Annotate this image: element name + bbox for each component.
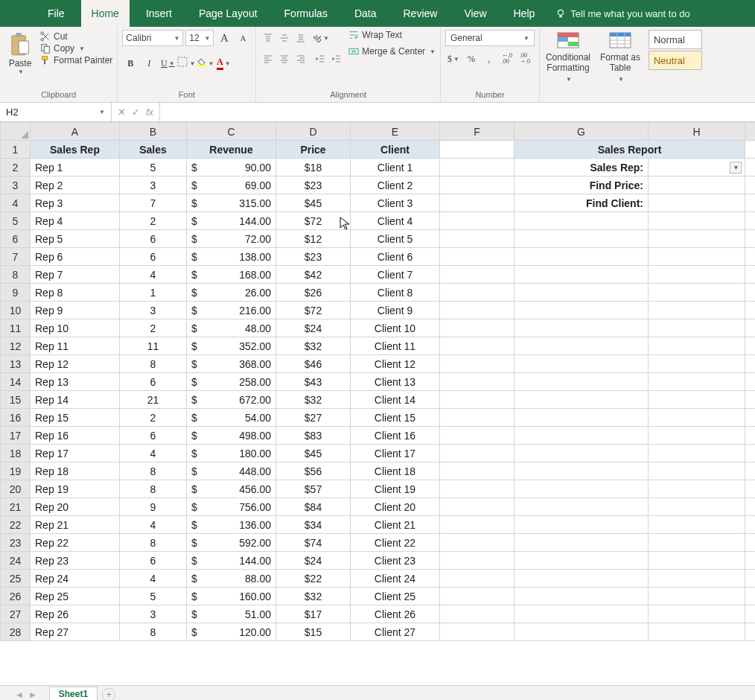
- cell[interactable]: [745, 248, 756, 266]
- cell[interactable]: $24: [276, 552, 351, 570]
- cell[interactable]: $32: [276, 588, 351, 605]
- cell[interactable]: [515, 337, 649, 355]
- cell[interactable]: [745, 605, 756, 623]
- cell[interactable]: Client 6: [351, 248, 440, 266]
- cell[interactable]: 4: [120, 445, 187, 462]
- cell[interactable]: Revenue: [187, 141, 276, 159]
- col-header-C[interactable]: C: [187, 123, 276, 141]
- cell[interactable]: Rep 14: [31, 391, 120, 409]
- cell[interactable]: [745, 373, 756, 391]
- cell[interactable]: $34: [276, 516, 351, 534]
- cell[interactable]: $22: [276, 570, 351, 588]
- cell[interactable]: Client 27: [351, 623, 440, 641]
- sheet-nav-prev-icon[interactable]: ◄: [15, 690, 24, 700]
- cell[interactable]: Rep 6: [31, 248, 120, 266]
- copy-button[interactable]: Copy▼: [40, 43, 112, 54]
- cell[interactable]: [745, 266, 756, 284]
- cell[interactable]: [515, 534, 649, 552]
- cell[interactable]: [745, 588, 756, 605]
- cell[interactable]: Rep 22: [31, 534, 120, 552]
- cell[interactable]: [440, 212, 515, 230]
- cell[interactable]: Rep 10: [31, 319, 120, 337]
- tab-home[interactable]: Home: [81, 0, 130, 27]
- cell[interactable]: [440, 266, 515, 284]
- cell[interactable]: $83: [276, 427, 351, 445]
- cell[interactable]: [649, 623, 745, 641]
- cell[interactable]: [440, 462, 515, 480]
- cell[interactable]: 6: [120, 427, 187, 445]
- shrink-font-button[interactable]: A: [235, 30, 251, 46]
- cell[interactable]: Client 17: [351, 445, 440, 462]
- cell[interactable]: [649, 570, 745, 588]
- cell[interactable]: Client 10: [351, 319, 440, 337]
- cell[interactable]: [745, 498, 756, 516]
- cell[interactable]: 3: [120, 605, 187, 623]
- cell[interactable]: $216.00: [187, 302, 276, 319]
- cell[interactable]: [515, 409, 649, 427]
- cell[interactable]: [745, 409, 756, 427]
- cell[interactable]: [745, 194, 756, 212]
- comma-format-button[interactable]: ,: [481, 51, 497, 67]
- tab-formulas[interactable]: Formulas: [274, 0, 338, 27]
- cell[interactable]: $315.00: [187, 194, 276, 212]
- cell[interactable]: $54.00: [187, 409, 276, 427]
- cell[interactable]: Rep 1: [31, 159, 120, 176]
- increase-decimal-button[interactable]: ←.0.00: [499, 51, 515, 67]
- cell[interactable]: Client 9: [351, 302, 440, 319]
- row-header[interactable]: 13: [1, 355, 31, 373]
- cell[interactable]: $32: [276, 391, 351, 409]
- cell[interactable]: $258.00: [187, 373, 276, 391]
- cell[interactable]: $56: [276, 462, 351, 480]
- cell[interactable]: [745, 355, 756, 373]
- cell[interactable]: Client 8: [351, 284, 440, 302]
- font-color-button[interactable]: A▼: [215, 55, 232, 71]
- tell-me-search[interactable]: Tell me what you want to do: [555, 8, 689, 19]
- cell[interactable]: [440, 248, 515, 266]
- cell[interactable]: Client 20: [351, 498, 440, 516]
- name-box[interactable]: H2▼: [0, 103, 112, 121]
- cell[interactable]: 7: [120, 194, 187, 212]
- cell[interactable]: $136.00: [187, 516, 276, 534]
- row-header[interactable]: 16: [1, 409, 31, 427]
- cell[interactable]: Rep 26: [31, 605, 120, 623]
- cell[interactable]: [649, 248, 745, 266]
- merge-center-button[interactable]: Merge & Center▼: [348, 46, 436, 57]
- row-header[interactable]: 21: [1, 498, 31, 516]
- cell[interactable]: $368.00: [187, 355, 276, 373]
- wrap-text-button[interactable]: Wrap Text: [348, 30, 436, 40]
- cell[interactable]: Rep 12: [31, 355, 120, 373]
- cell[interactable]: $498.00: [187, 427, 276, 445]
- cell[interactable]: [440, 319, 515, 337]
- cell[interactable]: Client 7: [351, 266, 440, 284]
- row-header[interactable]: 9: [1, 284, 31, 302]
- tab-file[interactable]: File: [37, 0, 75, 27]
- cell[interactable]: 4: [120, 570, 187, 588]
- cell[interactable]: [515, 480, 649, 498]
- tab-review[interactable]: Review: [393, 0, 448, 27]
- cell[interactable]: [515, 427, 649, 445]
- cell[interactable]: [745, 516, 756, 534]
- align-right-button[interactable]: [293, 51, 308, 67]
- cut-button[interactable]: Cut: [40, 31, 112, 42]
- cancel-formula-icon[interactable]: ✕: [118, 106, 126, 118]
- increase-indent-button[interactable]: [329, 51, 344, 67]
- percent-format-button[interactable]: %: [463, 51, 480, 67]
- decrease-indent-button[interactable]: [313, 51, 328, 67]
- fx-icon[interactable]: fx: [146, 106, 153, 118]
- cell[interactable]: $69.00: [187, 176, 276, 194]
- enter-formula-icon[interactable]: ✓: [132, 106, 140, 118]
- cell[interactable]: [440, 605, 515, 623]
- cell[interactable]: [515, 588, 649, 605]
- cell[interactable]: [649, 391, 745, 409]
- cell[interactable]: [649, 302, 745, 319]
- cell[interactable]: [745, 159, 756, 176]
- bold-button[interactable]: B: [122, 55, 138, 71]
- cell[interactable]: [649, 427, 745, 445]
- cell[interactable]: [515, 319, 649, 337]
- cell[interactable]: [745, 284, 756, 302]
- cell[interactable]: Client 26: [351, 605, 440, 623]
- align-top-button[interactable]: [261, 30, 275, 46]
- align-bottom-button[interactable]: [293, 30, 308, 46]
- cell[interactable]: Rep 21: [31, 516, 120, 534]
- cell[interactable]: [440, 570, 515, 588]
